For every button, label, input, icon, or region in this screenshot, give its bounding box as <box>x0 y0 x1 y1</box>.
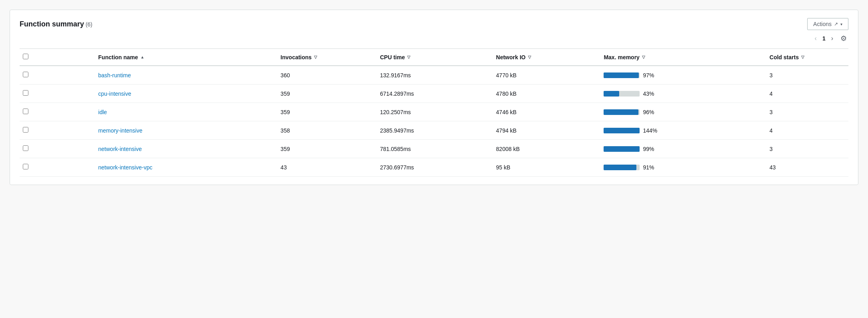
row-max-memory-0: 97% <box>600 66 765 85</box>
sort-desc-icon-cold: ▽ <box>801 55 804 59</box>
select-all-checkbox[interactable] <box>23 54 28 59</box>
row-checkbox-cell-0 <box>20 66 94 85</box>
memory-bar-fill-1 <box>604 91 619 97</box>
next-page-button[interactable]: › <box>829 34 836 43</box>
row-checkbox-cell-1 <box>20 85 94 103</box>
table-row: cpu-intensive 359 6714.2897ms 4780 kB 43… <box>20 85 848 103</box>
row-max-memory-4: 99% <box>600 140 765 158</box>
row-checkbox-3[interactable] <box>23 127 28 133</box>
function-link-2[interactable]: idle <box>98 109 107 115</box>
col-label-invocations: Invocations <box>280 54 312 60</box>
row-checkbox-0[interactable] <box>23 72 28 77</box>
pagination-row: ‹ 1 › ⚙ <box>20 33 848 44</box>
memory-bar-container-1 <box>604 91 640 97</box>
row-network-io-0: 4770 kB <box>492 66 600 85</box>
function-link-0[interactable]: bash-runtime <box>98 72 131 78</box>
row-invocations-3: 358 <box>276 121 376 140</box>
row-cold-starts-5: 43 <box>766 158 848 177</box>
function-table: Function name ▲ Invocations ▽ CPU time ▽ <box>20 48 848 177</box>
row-checkbox-cell-3 <box>20 121 94 140</box>
row-network-io-5: 95 kB <box>492 158 600 177</box>
col-header-network-io[interactable]: Network IO ▽ <box>492 49 600 66</box>
row-checkbox-cell-4 <box>20 140 94 158</box>
sort-desc-icon-net: ▽ <box>528 55 531 59</box>
memory-pct-label-3: 144% <box>643 127 658 134</box>
row-fn-name-1: cpu-intensive <box>94 85 277 103</box>
table-row: network-intensive 359 781.0585ms 82008 k… <box>20 140 848 158</box>
actions-button[interactable]: Actions ↗ ▾ <box>807 18 848 30</box>
dropdown-icon: ▾ <box>840 22 842 26</box>
memory-bar-fill-0 <box>604 72 638 78</box>
row-max-memory-5: 91% <box>600 158 765 177</box>
sort-desc-icon-inv: ▽ <box>314 55 317 59</box>
row-invocations-4: 359 <box>276 140 376 158</box>
row-cold-starts-0: 3 <box>766 66 848 85</box>
row-network-io-4: 82008 kB <box>492 140 600 158</box>
function-summary-card: Function summary (6) Actions ↗ ▾ ‹ 1 › ⚙… <box>10 10 858 185</box>
row-max-memory-3: 144% <box>600 121 765 140</box>
memory-bar-container-4 <box>604 146 640 152</box>
col-label-max-memory: Max. memory <box>604 54 639 60</box>
sort-desc-icon-cpu: ▽ <box>407 55 410 59</box>
page-number: 1 <box>822 35 826 42</box>
memory-bar-fill-3 <box>604 128 640 133</box>
row-checkbox-2[interactable] <box>23 109 28 114</box>
row-cpu-time-4: 781.0585ms <box>376 140 492 158</box>
row-cpu-time-5: 2730.6977ms <box>376 158 492 177</box>
function-link-1[interactable]: cpu-intensive <box>98 91 132 97</box>
memory-bar-fill-4 <box>604 146 639 152</box>
col-label-cpu-time: CPU time <box>380 54 405 60</box>
function-link-4[interactable]: network-intensive <box>98 146 142 152</box>
row-checkbox-1[interactable] <box>23 90 28 96</box>
row-fn-name-4: network-intensive <box>94 140 277 158</box>
row-cold-starts-2: 3 <box>766 103 848 121</box>
row-cpu-time-1: 6714.2897ms <box>376 85 492 103</box>
row-invocations-5: 43 <box>276 158 376 177</box>
row-invocations-0: 360 <box>276 66 376 85</box>
row-cpu-time-0: 132.9167ms <box>376 66 492 85</box>
table-row: network-intensive-vpc 43 2730.6977ms 95 … <box>20 158 848 177</box>
row-fn-name-5: network-intensive-vpc <box>94 158 277 177</box>
card-header: Function summary (6) Actions ↗ ▾ <box>20 18 848 30</box>
prev-page-button[interactable]: ‹ <box>812 34 819 43</box>
col-header-invocations[interactable]: Invocations ▽ <box>276 49 376 66</box>
column-settings-button[interactable]: ⚙ <box>839 33 848 44</box>
col-header-cpu-time[interactable]: CPU time ▽ <box>376 49 492 66</box>
memory-pct-label-0: 97% <box>643 72 658 78</box>
col-header-max-memory[interactable]: Max. memory ▽ <box>600 49 765 66</box>
memory-bar-container-5 <box>604 165 640 170</box>
row-checkbox-cell-2 <box>20 103 94 121</box>
row-cold-starts-4: 3 <box>766 140 848 158</box>
sort-desc-icon-mem: ▽ <box>642 55 645 59</box>
title-text: Function summary <box>20 20 84 28</box>
row-checkbox-4[interactable] <box>23 145 28 151</box>
select-all-header <box>20 49 94 66</box>
row-cold-starts-3: 4 <box>766 121 848 140</box>
row-cold-starts-1: 4 <box>766 85 848 103</box>
col-label-cold-starts: Cold starts <box>770 54 799 60</box>
memory-bar-container-2 <box>604 109 640 115</box>
row-network-io-2: 4746 kB <box>492 103 600 121</box>
row-fn-name-2: idle <box>94 103 277 121</box>
sort-asc-icon: ▲ <box>140 55 144 59</box>
memory-pct-label-5: 91% <box>643 164 658 171</box>
card-title: Function summary (6) <box>20 20 92 28</box>
row-invocations-1: 359 <box>276 85 376 103</box>
memory-pct-label-4: 99% <box>643 146 658 152</box>
table-row: bash-runtime 360 132.9167ms 4770 kB 97% … <box>20 66 848 85</box>
row-fn-name-3: memory-intensive <box>94 121 277 140</box>
memory-bar-fill-2 <box>604 109 638 115</box>
row-cpu-time-2: 120.2507ms <box>376 103 492 121</box>
title-count: (6) <box>86 21 92 28</box>
table-header-row: Function name ▲ Invocations ▽ CPU time ▽ <box>20 49 848 66</box>
row-fn-name-0: bash-runtime <box>94 66 277 85</box>
col-header-cold-starts[interactable]: Cold starts ▽ <box>766 49 848 66</box>
col-header-function-name[interactable]: Function name ▲ <box>94 49 277 66</box>
function-link-5[interactable]: network-intensive-vpc <box>98 164 152 171</box>
export-icon: ↗ <box>834 21 838 27</box>
function-link-3[interactable]: memory-intensive <box>98 127 142 134</box>
memory-pct-label-2: 96% <box>643 109 658 115</box>
row-checkbox-5[interactable] <box>23 164 28 169</box>
row-checkbox-cell-5 <box>20 158 94 177</box>
col-label-function-name: Function name <box>98 54 138 60</box>
